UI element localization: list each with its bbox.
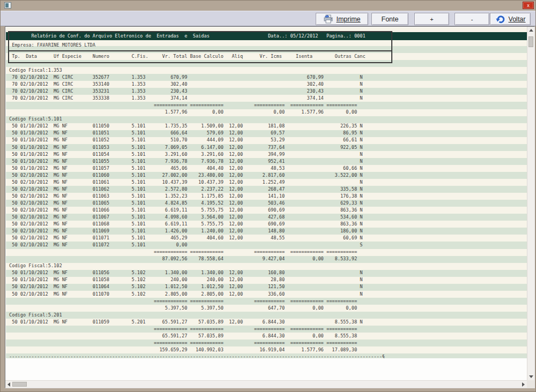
report-codigo-line: Codigo Fiscal:5.101 (9, 116, 527, 123)
report-line: 50 02/10/2012 MG NF 011070 5.102 2.805,0… (9, 291, 527, 298)
report-total-line: 65.591,27 57.035,89 6.844,30 0,00 8.555,… (9, 333, 527, 340)
report-line: 50 01/10/2012 MG NF 011057 5.101 465,06 … (9, 165, 527, 172)
report-codigo-line: Codigo Fiscal:5.201 (9, 312, 527, 319)
scroll-left-icon[interactable] (8, 382, 10, 387)
report-sep-line: ============ ============ =========== ==… (9, 298, 527, 305)
report-body: Codigo Fiscal:1.353 70 02/10/2012 MG CIR… (9, 67, 527, 358)
report-line: 50 02/10/2012 MG NF 011066 5.101 6.619,1… (9, 207, 527, 214)
font-button-label: Fonte (382, 16, 399, 23)
font-button[interactable]: Fonte (371, 13, 408, 25)
report-line: 50 01/10/2012 MG NF 011059 5.201 65.591,… (9, 319, 527, 326)
report-line: 50 02/10/2012 MG NF 011072 5.101 0,00 S (9, 242, 527, 248)
back-button[interactable]: Voltar (490, 13, 531, 25)
header-divider (9, 50, 391, 51)
report-line: 50 01/10/2012 MG NF 011050 5.101 1.735,3… (9, 123, 527, 130)
report-line: 50 02/10/2012 MG NF 011068 5.101 6.619,1… (9, 221, 527, 228)
report-sep-line: ============ ============ =========== ==… (9, 248, 527, 255)
report-codigo-line: Codigo Fiscal:1.353 (9, 67, 527, 74)
report-viewer: Relatório de Conf. do Arquivo Eletronico… (5, 26, 535, 388)
report-sep-line: ============ ============ =========== ==… (9, 340, 527, 346)
report-line: 70 02/10/2012 MG CIRC 353140 1.353 302,4… (9, 81, 527, 88)
horizontal-scroll-thumb[interactable] (12, 382, 27, 387)
back-arrow-icon (495, 14, 506, 25)
scroll-down-icon[interactable] (529, 375, 533, 378)
report-line: 70 02/10/2012 MG CIRC 353231 1.353 230,4… (9, 88, 527, 95)
report-line: 50 02/10/2012 MG NF 011063 5.101 1.352,2… (9, 193, 527, 200)
report-line: 50 02/10/2012 MG NF 011069 5.101 1.426,0… (9, 228, 527, 235)
report-line: 70 02/10/2012 MG CIRC 352677 1.353 670,9… (9, 74, 527, 81)
report-line: 50 02/10/2012 MG NF 011060 5.101 27.002,… (9, 172, 527, 179)
column-header-line: Tp. Data Uf Especie Numero C.Fis. Vr. To… (9, 52, 399, 61)
report-line: 50 01/10/2012 MG NF 011056 5.102 1.340,0… (9, 269, 527, 276)
print-button[interactable]: Imprime (316, 13, 368, 25)
horizontal-scrollbar[interactable] (5, 380, 527, 388)
vertical-scrollbar[interactable] (527, 27, 534, 380)
print-button-label: Imprime (336, 16, 360, 23)
report-page: Relatório de Conf. do Arquivo Eletronico… (6, 27, 527, 358)
app-icon (4, 2, 11, 9)
report-codigo-line: Codigo Fiscal:5.102 (9, 262, 527, 269)
minus-icon: - (471, 16, 473, 22)
back-button-label: Voltar (509, 16, 526, 23)
report-line: 50 02/10/2012 MG NF 011071 5.101 465,29 … (9, 235, 527, 242)
report-total-line: 1.577,96 0,00 0,00 1.577,96 0,00 (9, 109, 527, 116)
report-dash-line: ----------------------------------------… (9, 353, 527, 358)
report-sep-line: ============ ============ =========== ==… (9, 326, 527, 333)
report-line: 50 01/10/2012 MG NF 011054 5.101 3.291,6… (9, 151, 527, 158)
report-line: 70 02/10/2012 MG CIRC 353338 1.353 374,1… (9, 95, 527, 102)
report-line: 50 02/10/2012 MG NF 011064 5.102 1.012,5… (9, 283, 527, 290)
close-button[interactable]: x (523, 2, 534, 9)
report-line: 50 02/10/2012 MG NF 011062 5.101 2.572,8… (9, 186, 527, 193)
plus-icon: + (430, 16, 433, 22)
report-line: 50 02/10/2012 MG NF 011061 5.101 10.437,… (9, 179, 527, 186)
scrollbar-corner (527, 380, 534, 388)
report-line: 50 01/10/2012 MG NF 011052 5.101 510,70 … (9, 137, 527, 144)
company-line: Empresa: FAVARINE MOTORES LTDA (9, 41, 399, 49)
report-line: 50 01/10/2012 MG NF 011058 5.102 240,00 … (9, 276, 527, 283)
scroll-right-icon[interactable] (522, 382, 525, 387)
report-sep-line: ============ ============ =========== ==… (9, 102, 527, 109)
report-total-line: 5.397,50 5.397,50 647,70 0,00 0,00 (9, 305, 527, 312)
report-line: 50 01/10/2012 MG NF 011053 5.101 7.069,0… (9, 144, 527, 151)
application-window: { "window": { "close_glyph": "x" }, "too… (0, 0, 536, 392)
report-grand-line: 159.659,29 140.992,03 16.919,04 1.577,96… (9, 346, 527, 353)
toolbar: Imprime Fonte + - Voltar (1, 11, 535, 26)
zoom-in-button[interactable]: + (414, 13, 449, 25)
window-titlebar: x (1, 1, 535, 11)
report-line: 50 02/10/2012 MG NF 011067 5.101 4.098,6… (9, 214, 527, 221)
scroll-up-icon[interactable] (529, 29, 533, 32)
report-line: 50 02/10/2012 MG NF 011065 5.101 4.824,8… (9, 200, 527, 207)
report-line: 50 01/10/2012 MG NF 011055 5.101 7.936,7… (9, 158, 527, 165)
vertical-scroll-thumb[interactable] (528, 36, 533, 47)
report-line: 50 01/10/2012 MG NF 011051 5.101 666,64 … (9, 130, 527, 137)
printer-icon (323, 14, 333, 24)
zoom-out-button[interactable]: - (455, 13, 489, 25)
report-title-line: Relatório de Conf. do Arquivo Eletronico… (9, 32, 399, 40)
report-total-line: 87.092,56 78.558,64 9.427,04 0,00 8.533,… (9, 255, 527, 262)
